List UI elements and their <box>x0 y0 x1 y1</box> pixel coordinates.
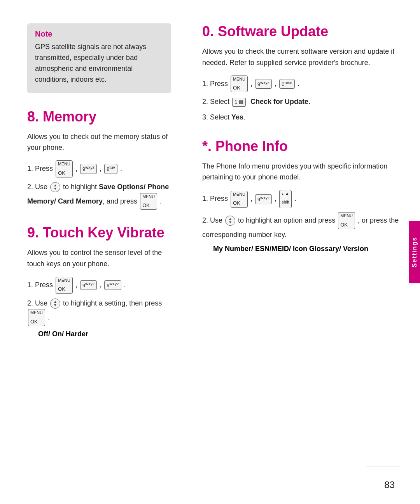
memory-steps: 1. Press MENUOK , 9wxyz , 8tuv . 2. Use … <box>27 160 171 210</box>
nav-icon-2: ▲▼ <box>50 299 60 309</box>
menu-ok-key-4: MENUOK <box>28 309 45 326</box>
software-step-1: 1. Press MENUOK , 9wxyz , 0next . <box>202 76 401 93</box>
menu-ok-key-7: MENUOK <box>338 212 355 229</box>
memory-body: Allows you to check out the memory statu… <box>27 131 171 154</box>
0next-key: 0next <box>279 79 295 89</box>
phone-info-option: My Number/ ESN/MEID/ Icon Glossary/ Vers… <box>202 245 401 253</box>
menu-ok-key-6: MENUOK <box>231 191 248 208</box>
phone-info-step-2: 2. Use ▲▼ to highlight an option and pre… <box>202 212 401 241</box>
memory-step-2: 2. Use ▲▼ to highlight Save Options/ Pho… <box>27 181 171 210</box>
software-update-section: 0. Software Update Allows you to check t… <box>202 23 401 123</box>
phone-info-steps: 1. Press MENUOK , 9wxyz , * ▲shift . 2. … <box>202 190 401 241</box>
touchkey-step-1: 1. Press MENUOK , 9wxyz , 9wxyz . <box>27 277 171 294</box>
star-shift-key: * ▲shift <box>279 190 292 208</box>
page-number: 83 <box>384 479 395 490</box>
9wxyz-key-2: 9wxyz <box>80 280 97 290</box>
phone-info-heading: *. Phone Info <box>202 138 401 155</box>
software-step-3: 3. Select Yes. <box>202 112 401 123</box>
nav-icon-1: ▲▼ <box>50 182 60 192</box>
note-text: GPS satellite signals are not always tra… <box>35 42 163 85</box>
9wxyz-key-5: 9wxyz <box>255 194 272 204</box>
1-key: 1 ▩ <box>232 98 246 106</box>
menu-ok-key-5: MENUOK <box>231 76 248 93</box>
touchkey-body: Allows you to control the sensor level o… <box>27 247 171 270</box>
menu-ok-key-3: MENUOK <box>56 277 73 294</box>
software-step-2: 2. Select 1 ▩ Check for Update. <box>202 96 401 108</box>
software-update-body: Allows you to check the current software… <box>202 46 401 68</box>
software-update-steps: 1. Press MENUOK , 9wxyz , 0next . 2. Sel… <box>202 76 401 123</box>
touchkey-step-2: 2. Use ▲▼ to highlight a setting, then p… <box>27 298 171 326</box>
menu-ok-key-1: MENUOK <box>56 160 73 177</box>
touchkey-section: 9. Touch Key Vibrate Allows you to contr… <box>27 225 171 338</box>
touchkey-option: Off/ On/ Harder <box>27 330 171 338</box>
nav-icon-3: ▲▼ <box>225 216 235 226</box>
note-label: Note <box>35 30 163 39</box>
settings-tab: Settings <box>409 221 420 283</box>
note-box: Note GPS satellite signals are not alway… <box>27 23 171 93</box>
9wxyz-key-3: 9wxyz <box>104 280 121 290</box>
touchkey-heading: 9. Touch Key Vibrate <box>27 225 171 241</box>
software-update-heading: 0. Software Update <box>202 23 401 40</box>
menu-ok-key-2: MENUOK <box>140 193 157 210</box>
memory-heading: 8. Memory <box>27 109 171 125</box>
phone-info-section: *. Phone Info The Phone Info menu provid… <box>202 138 401 253</box>
settings-tab-label: Settings <box>411 237 418 267</box>
8tuv-key: 8tuv <box>104 164 117 174</box>
phone-info-body: The Phone Info menu provides you with sp… <box>202 161 401 183</box>
memory-step-1: 1. Press MENUOK , 9wxyz , 8tuv . <box>27 160 171 177</box>
9wxyz-key-4: 9wxyz <box>255 79 272 89</box>
page-divider <box>366 467 401 467</box>
touchkey-steps: 1. Press MENUOK , 9wxyz , 9wxyz . 2. Use… <box>27 277 171 326</box>
9wxyz-key-1: 9wxyz <box>80 164 97 174</box>
phone-info-step-1: 1. Press MENUOK , 9wxyz , * ▲shift . <box>202 190 401 208</box>
memory-section: 8. Memory Allows you to check out the me… <box>27 109 171 210</box>
